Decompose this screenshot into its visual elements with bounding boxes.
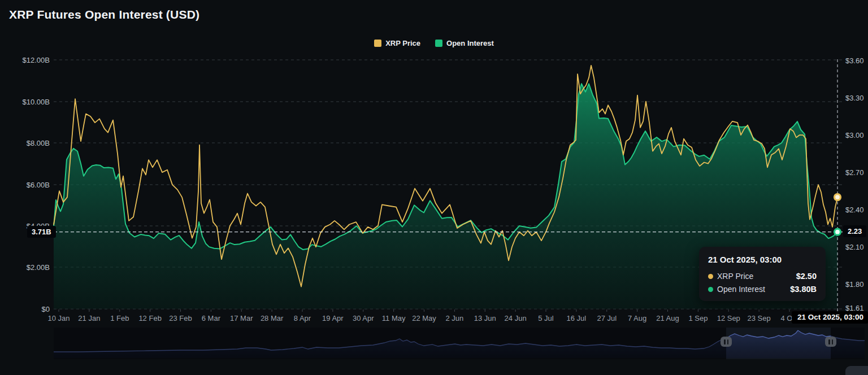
tooltip-row-xrp-price: XRP Price $2.50 — [708, 272, 817, 281]
x-axis-label: 7 Aug — [628, 314, 646, 322]
right-axis-label: $2.10 — [845, 243, 864, 251]
xrp-price-dot-icon — [708, 274, 713, 279]
x-axis-label: 16 Jul — [567, 314, 587, 322]
chart-panel: XRP Futures Open Interest (USD) XRP Pric… — [0, 0, 868, 375]
x-axis-label: 1 Sep — [688, 314, 708, 322]
x-axis-label: 30 Apr — [353, 314, 374, 322]
left-axis-label: $0 — [0, 305, 50, 313]
x-axis-label: 5 Jul — [538, 314, 553, 322]
left-axis-label: $10.00B — [0, 98, 50, 106]
open-interest-marker — [835, 229, 841, 235]
left-axis-label: $8.00B — [0, 139, 50, 147]
x-axis-label: 6 Mar — [202, 314, 220, 322]
right-axis-label: $2.70 — [845, 168, 864, 177]
tooltip-label-open-interest: Open Interest — [717, 285, 765, 294]
x-axis-label: 8 Apr — [294, 314, 311, 322]
tooltip-date: 21 Oct 2025, 03:00 — [708, 255, 817, 264]
x-axis-label: 23 Sep — [748, 314, 771, 322]
tooltip: 21 Oct 2025, 03:00 XRP Price $2.50 Open … — [699, 247, 826, 301]
x-axis-label: 21 Jan — [78, 314, 100, 322]
x-axis-label: 11 May — [382, 314, 406, 322]
left-axis-label: $6.00B — [0, 181, 50, 189]
navigator-handle-left[interactable] — [721, 337, 732, 347]
x-axis-label: 27 Jul — [597, 314, 617, 322]
tooltip-value-open-interest: $3.80B — [790, 285, 817, 294]
open-interest-dot-icon — [708, 287, 713, 292]
right-axis-label: $3.30 — [845, 94, 864, 102]
right-axis-label: $3.00 — [845, 131, 864, 139]
x-axis-label: 2 Jun — [445, 314, 463, 322]
x-axis-label: 1 Feb — [110, 314, 129, 322]
x-axis-label: 12 Feb — [138, 314, 161, 322]
x-axis-label: 24 Jun — [505, 314, 527, 322]
crosshair-date-badge: 21 Oct 2025, 03:00 — [792, 311, 868, 324]
navigator-handle-right[interactable] — [825, 337, 836, 347]
x-axis-label: 13 Jun — [474, 314, 496, 322]
x-axis-label: 22 May — [412, 314, 436, 322]
navigator-selection[interactable] — [726, 328, 831, 359]
x-axis-label: 23 Feb — [169, 314, 192, 322]
x-axis-label: 17 Mar — [230, 314, 253, 322]
navigator-dim-left — [54, 328, 726, 359]
oi-current-badge: 3.71B — [27, 226, 56, 238]
left-axis-label: $2.00B — [0, 263, 50, 272]
right-axis-label: $3.60 — [845, 56, 864, 65]
right-axis-label: $1.80 — [845, 280, 864, 289]
x-axis-label: 21 Aug — [656, 314, 679, 322]
x-axis-label: 12 Sep — [717, 314, 740, 322]
tooltip-label-xrp-price: XRP Price — [717, 272, 753, 281]
xrp-price-marker — [835, 194, 841, 200]
right-axis-label: $2.40 — [845, 206, 864, 214]
tooltip-row-open-interest: Open Interest $3.80B — [708, 285, 817, 294]
left-axis-label: $12.00B — [0, 56, 50, 64]
tooltip-value-xrp-price: $2.50 — [796, 272, 817, 281]
x-axis-label: 19 Apr — [322, 314, 344, 322]
x-axis-label: 10 Jan — [47, 314, 70, 322]
x-axis-label: 28 Mar — [261, 314, 283, 322]
screenshot-button[interactable] — [845, 366, 868, 375]
price-equivalent-badge: 2.23 — [843, 225, 866, 237]
